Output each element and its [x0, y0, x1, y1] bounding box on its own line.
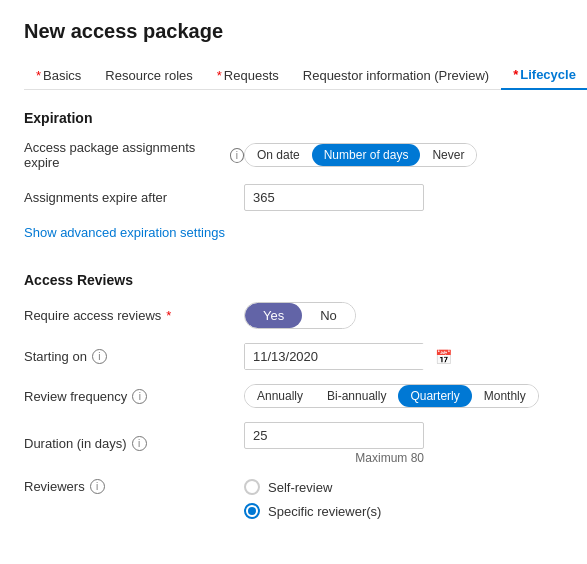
tab-basics[interactable]: *Basics	[24, 62, 93, 89]
expire-after-input-area	[244, 184, 563, 211]
expire-after-input[interactable]	[244, 184, 424, 211]
self-review-option[interactable]: Self-review	[244, 479, 563, 495]
access-reviews-title: Access Reviews	[24, 272, 563, 288]
require-yes-btn[interactable]: Yes	[245, 303, 302, 328]
advanced-expiration-link[interactable]: Show advanced expiration settings	[24, 225, 225, 240]
yes-no-area: Yes No	[244, 302, 563, 329]
duration-label: Duration (in days) i	[24, 436, 244, 451]
expiration-toggle-area: On date Number of days Never	[244, 143, 563, 167]
starting-on-info-icon[interactable]: i	[92, 349, 107, 364]
specific-reviewer-radio[interactable]	[244, 503, 260, 519]
starting-on-input[interactable]	[245, 344, 429, 369]
specific-reviewer-option[interactable]: Specific reviewer(s)	[244, 503, 563, 519]
assignments-expire-label: Access package assignments expire i	[24, 140, 244, 170]
expiration-toggle-group: On date Number of days Never	[244, 143, 477, 167]
frequency-info-icon[interactable]: i	[132, 389, 147, 404]
nav-tabs: *Basics Resource roles *Requests Request…	[24, 61, 563, 90]
freq-annually[interactable]: Annually	[245, 385, 315, 407]
duration-input-area: Maximum 80	[244, 422, 563, 465]
duration-info-icon[interactable]: i	[132, 436, 147, 451]
reviewers-row: Reviewers i Self-review Specific reviewe…	[24, 479, 563, 519]
self-review-radio[interactable]	[244, 479, 260, 495]
reviewers-label: Reviewers i	[24, 479, 244, 494]
require-reviews-row: Require access reviews * Yes No	[24, 302, 563, 329]
expiration-title: Expiration	[24, 110, 563, 126]
tab-lifecycle[interactable]: *Lifecycle	[501, 61, 587, 90]
toggle-number-of-days[interactable]: Number of days	[312, 144, 421, 166]
require-no-btn[interactable]: No	[302, 303, 355, 328]
review-frequency-label: Review frequency i	[24, 389, 244, 404]
self-review-label: Self-review	[268, 480, 332, 495]
require-reviews-toggle: Yes No	[244, 302, 356, 329]
toggle-on-date[interactable]: On date	[245, 144, 312, 166]
expiration-section: Expiration Access package assignments ex…	[24, 110, 563, 258]
frequency-toggle-area: Annually Bi-annually Quarterly Monthly	[244, 384, 563, 408]
main-container: New access package *Basics Resource role…	[0, 0, 587, 553]
expire-after-label: Assignments expire after	[24, 190, 244, 205]
require-reviews-label: Require access reviews *	[24, 308, 244, 323]
starting-on-row: Starting on i 📅	[24, 343, 563, 370]
page-title: New access package	[24, 20, 563, 43]
review-frequency-row: Review frequency i Annually Bi-annually …	[24, 384, 563, 408]
reviewers-radio-group: Self-review Specific reviewer(s)	[244, 479, 563, 519]
duration-row: Duration (in days) i Maximum 80	[24, 422, 563, 465]
tab-resource-roles[interactable]: Resource roles	[93, 62, 204, 89]
tab-requestor-info[interactable]: Requestor information (Preview)	[291, 62, 501, 89]
starting-on-label: Starting on i	[24, 349, 244, 364]
calendar-icon[interactable]: 📅	[429, 345, 458, 369]
tab-requests[interactable]: *Requests	[205, 62, 291, 89]
access-reviews-section: Access Reviews Require access reviews * …	[24, 272, 563, 519]
assignments-expire-info-icon[interactable]: i	[230, 148, 244, 163]
reviewers-info-icon[interactable]: i	[90, 479, 105, 494]
duration-input[interactable]	[244, 422, 424, 449]
duration-max-note: Maximum 80	[244, 451, 424, 465]
starting-on-input-area: 📅	[244, 343, 563, 370]
freq-monthly[interactable]: Monthly	[472, 385, 538, 407]
toggle-never[interactable]: Never	[420, 144, 476, 166]
expire-after-row: Assignments expire after	[24, 184, 563, 211]
date-input-wrapper: 📅	[244, 343, 424, 370]
reviewers-options-area: Self-review Specific reviewer(s)	[244, 479, 563, 519]
radio-dot	[248, 507, 256, 515]
freq-bi-annually[interactable]: Bi-annually	[315, 385, 398, 407]
freq-quarterly[interactable]: Quarterly	[398, 385, 471, 407]
assignments-expire-row: Access package assignments expire i On d…	[24, 140, 563, 170]
frequency-toggle-group: Annually Bi-annually Quarterly Monthly	[244, 384, 539, 408]
specific-reviewer-label: Specific reviewer(s)	[268, 504, 381, 519]
